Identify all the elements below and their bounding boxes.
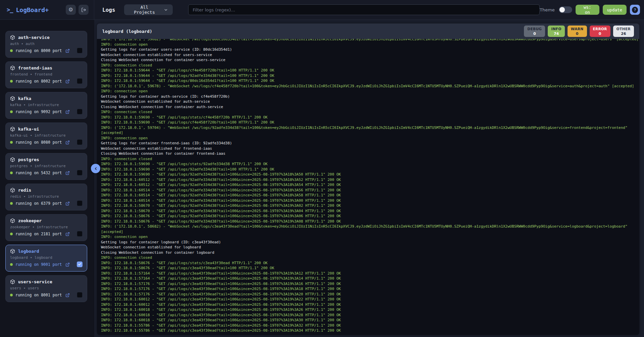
service-name: auth-service [18, 35, 50, 40]
service-select-checkbox[interactable] [77, 231, 83, 237]
log-line: INFO: connection closed [101, 63, 638, 68]
log-line: INFO: 172.18.0.1:60512 - "GET /api/logs/… [101, 182, 638, 188]
log-filter-input[interactable] [188, 4, 540, 15]
gear-icon: ⚙ [68, 7, 73, 12]
log-line: [accepted] [101, 229, 638, 235]
settings-button[interactable]: ⚙ [66, 5, 76, 15]
badge-label: OTHER [616, 27, 631, 31]
log-line: INFO: connection closed [101, 109, 638, 115]
container-cube-icon [10, 249, 15, 254]
badge-label: ERROR [593, 27, 607, 31]
log-line: INFO: 172.18.0.1:58676 - "GET /api/logs/… [101, 219, 638, 224]
external-link-icon[interactable] [65, 140, 70, 145]
service-select-checkbox[interactable] [77, 170, 83, 176]
log-line: INFO: 172.18.0.1:57176 - "GET /api/logs/… [101, 281, 638, 287]
log-line: Getting logs for container frontend-iaas… [101, 141, 638, 146]
page-title: Logs [102, 7, 115, 13]
websocket-status-button[interactable]: ws: on [576, 5, 599, 15]
log-line: INFO: 172.18.0.1:57176 - "GET /api/logs/… [101, 292, 638, 297]
help-button[interactable]: ? [630, 5, 640, 15]
service-status-text: running on 6379 port [15, 201, 62, 206]
external-link-icon[interactable] [65, 262, 70, 267]
badge-count: 0 [527, 32, 542, 36]
project-filter-label: All Projects [129, 5, 160, 15]
terminal-prompt-icon: >_ [7, 6, 13, 13]
log-line: INFO: 172.18.0.1:57164 - "GET /api/logs/… [101, 271, 638, 276]
service-select-checkbox[interactable] [77, 109, 83, 114]
log-line: INFO: 172.18.0.1:57164 - "GET /api/logs/… [101, 276, 638, 281]
service-select-checkbox[interactable] [77, 292, 83, 298]
log-line: INFO: 172.18.0.1:60514 - "GET /api/logs/… [101, 193, 638, 198]
log-line: INFO: 172.18.0.1:59644 - "GET /api/logs/… [101, 73, 638, 79]
log-line: INFO: connection closed [101, 255, 638, 260]
log-line: INFO: 172.18.0.1:55786 - "GET /api/logs/… [101, 328, 638, 333]
log-line: Getting logs for container users-service… [101, 47, 638, 52]
service-card-header: users-service [10, 279, 83, 284]
external-link-icon[interactable] [65, 232, 70, 236]
status-dot-icon [10, 141, 13, 144]
service-select-checkbox[interactable] [77, 200, 83, 206]
log-line: INFO: 172.18.0.1:59690 - "GET /api/logs/… [101, 120, 638, 125]
external-link-icon[interactable] [65, 201, 70, 206]
badge-label: INFO [551, 27, 561, 31]
service-select-checkbox[interactable] [77, 139, 83, 145]
status-dot-icon [10, 110, 13, 113]
logout-button[interactable] [78, 5, 89, 15]
service-card[interactable]: logboard logboard • logboard running on … [5, 245, 87, 272]
service-card-header: redis [10, 188, 83, 193]
log-line: INFO: ('172.18.0.1', 59704) - "WebSocket… [101, 125, 638, 131]
log-level-badge: INFO 74 [548, 26, 565, 37]
container-cube-icon [10, 279, 15, 284]
badge-count: 26 [616, 32, 631, 36]
project-filter-dropdown[interactable]: All Projects [124, 4, 173, 15]
service-select-checkbox[interactable] [77, 48, 83, 53]
log-line: INFO: ('172.18.0.1', 59678) - "WebSocket… [101, 84, 638, 89]
app-title: LogBoard+ [16, 6, 49, 13]
log-line: INFO: connection open [101, 136, 638, 141]
log-line: INFO: 172.18.0.1:60018 - "GET /api/logs/… [101, 318, 638, 323]
main-header: Logs All Projects Theme ws: on update ? [94, 0, 644, 19]
log-line: INFO: 172.18.0.1:58676 - "GET /api/logs/… [101, 266, 638, 271]
external-link-icon[interactable] [65, 110, 70, 114]
log-line: INFO: 172.18.0.1:59644 - "GET /api/logs/… [101, 68, 638, 73]
log-level-badge: DEBUG 0 [524, 26, 545, 37]
log-line: INFO: ('172.18.0.1', 59682) - "WebSocket… [101, 39, 638, 42]
external-link-icon[interactable] [65, 79, 70, 84]
services-sidebar: auth-service auth • auth running on 8000… [0, 20, 94, 337]
service-card[interactable]: frontend-iaas frontend • frontend runnin… [5, 61, 87, 88]
service-card[interactable]: redis redis • infrastructure running on … [5, 184, 87, 210]
service-card[interactable]: zookeeper zookeeper • infrastructure run… [5, 214, 87, 241]
service-card[interactable]: users-service users • users running on 8… [5, 275, 87, 302]
service-select-checkbox[interactable] [77, 261, 83, 267]
log-line: INFO: 172.18.0.1:60018 - "GET /api/logs/… [101, 307, 638, 312]
service-card[interactable]: postgres postgres • infrastructure runni… [5, 153, 87, 180]
status-dot-icon [10, 294, 13, 296]
service-card[interactable]: kafka kafka • infrastructure running on … [5, 92, 87, 119]
log-line: Closing WebSocket connection for contain… [101, 104, 638, 110]
log-line: INFO: 172.18.0.1:59690 - "GET /api/logs/… [101, 115, 638, 120]
service-card-header: kafka [10, 96, 83, 101]
service-select-checkbox[interactable] [77, 78, 83, 84]
log-line: WebSocket connection established for use… [101, 52, 638, 58]
external-link-icon[interactable] [65, 49, 70, 53]
badge-count: 0 [593, 32, 607, 36]
log-panel-title: logboard (logboard) [102, 29, 152, 34]
theme-toggle[interactable] [559, 6, 572, 13]
main-content: logboard (logboard) DEBUG 0 INFO 74 [94, 20, 644, 337]
service-card[interactable]: kafka-ui kafka-ui • infrastructure runni… [5, 123, 87, 149]
log-line: INFO: connection open [101, 89, 638, 94]
service-status: running on 8001 port [10, 293, 83, 297]
sidebar-collapse-button[interactable] [91, 164, 100, 173]
update-button[interactable]: update [603, 5, 627, 15]
service-meta: redis • infrastructure [10, 194, 83, 199]
log-line: INFO: 172.18.0.1:60514 - "GET /api/logs/… [101, 188, 638, 193]
log-line: INFO: 172.18.0.1:59644 - "GET /api/logs/… [101, 78, 638, 84]
service-status-text: running on 8002 port [15, 79, 62, 84]
service-card[interactable]: auth-service auth • auth running on 8000… [5, 31, 87, 58]
log-output[interactable]: INFO: ('172.18.0.1', 59682) - "WebSocket… [97, 39, 639, 335]
log-line: INFO: connection closed [101, 156, 638, 162]
external-link-icon[interactable] [65, 171, 70, 175]
external-link-icon[interactable] [65, 293, 70, 297]
log-line: INFO: 172.18.0.1:57176 - "GET /api/logs/… [101, 286, 638, 292]
log-line: INFO: connection open [101, 234, 638, 240]
